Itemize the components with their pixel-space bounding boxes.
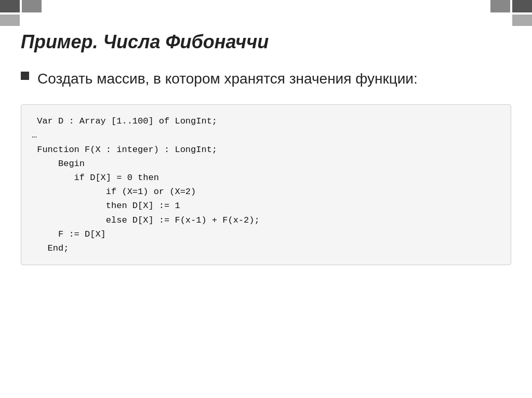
bullet-text: Создать массив, в котором хранятся значе…	[37, 68, 418, 89]
slide-content: Пример. Числа Фибоначчи Создать массив, …	[21, 31, 511, 377]
corner-decoration-left	[0, 0, 42, 26]
corner-decoration-right	[490, 0, 532, 26]
code-block: Var D : Array [1..100] of LongInt; … Fun…	[21, 104, 511, 265]
slide-title: Пример. Числа Фибоначчи	[21, 31, 511, 53]
bullet-item: Создать массив, в котором хранятся значе…	[21, 68, 511, 89]
bullet-icon	[21, 72, 29, 80]
